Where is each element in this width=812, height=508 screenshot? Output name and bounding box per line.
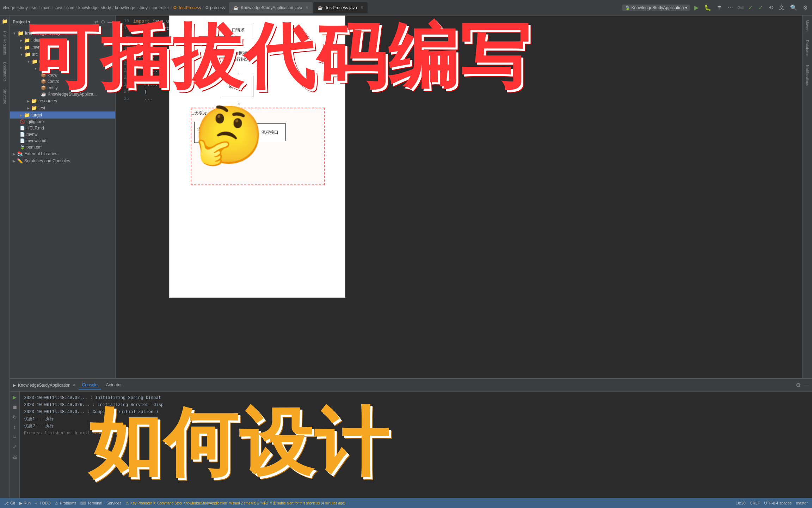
run-status-icon: ▶	[19, 501, 22, 506]
tree-gitignore[interactable]: 🚫 .gitignore	[10, 119, 115, 125]
tree-entity[interactable]: 📦 entity	[10, 85, 115, 91]
run-status-label: Run	[24, 501, 31, 505]
flow-arrow-2: ↓	[237, 68, 241, 76]
translate-icon[interactable]: 文	[777, 3, 786, 12]
tree-external-libs[interactable]: ▶ 📚 External Libraries	[10, 150, 115, 157]
flowchart-diagram: 口请求 ↓ 插拔平台数据初化，(包括执行指定) ↓ 制平中心 ↓ 流数据、流程名…	[169, 16, 345, 298]
run-button[interactable]: ▶	[693, 4, 700, 12]
tab-testprocess[interactable]: ☕ TestProcess.java ✕	[313, 2, 368, 13]
run-config-selector[interactable]: 🍃 KnowledgeStudyApplication ▾	[622, 5, 690, 11]
tree-mvnw[interactable]: 📄 mvnw	[10, 131, 115, 138]
todo-label: TODO	[39, 501, 51, 505]
sync-icon[interactable]: ⇄	[94, 19, 99, 25]
tree-root[interactable]: ▼ 📁 knowledge_study ~/Desktop/knowledge	[10, 30, 115, 37]
debug-button[interactable]: 🐛	[703, 4, 713, 12]
folder-icon[interactable]: 📁	[2, 18, 8, 24]
actuator-tab-label: Actuator	[106, 382, 122, 387]
breadcrumb-java: java	[55, 5, 62, 10]
bookmarks-icon[interactable]: Bookmarks	[3, 62, 7, 81]
notifications-panel-icon[interactable]: Notifications	[805, 64, 810, 87]
run-status[interactable]: ▶ Run	[19, 501, 31, 506]
tree-ksapp[interactable]: ☕ KnowledgeStudyApplica...	[10, 91, 115, 97]
breadcrumb-controller: controller	[152, 5, 169, 10]
breadcrumb-ks2: knowledge_study	[115, 5, 148, 10]
actuator-tab[interactable]: Actuator	[103, 381, 125, 389]
settings-icon[interactable]: ⚙	[801, 4, 809, 12]
database-panel-icon[interactable]: Database	[805, 38, 810, 58]
run-icon: ▶	[13, 383, 16, 388]
tree-pomxml[interactable]: 🍃 pom.xml	[10, 144, 115, 150]
close-icon[interactable]: ✕	[306, 6, 308, 10]
scroll-icon[interactable]: ↕	[13, 424, 16, 430]
log-line-4: 优惠1----执行	[24, 416, 808, 423]
console-tab-label: Console	[82, 382, 98, 387]
structure-icon[interactable]: Structure	[3, 89, 7, 104]
wrap-icon[interactable]: ⤢	[13, 444, 17, 449]
more-run-icon[interactable]: ⋯	[726, 4, 734, 12]
tree-scratches[interactable]: ▶ ✏️ Scratches and Consoles	[10, 157, 115, 164]
print-icon[interactable]: 🖨	[12, 454, 17, 459]
tree-idea[interactable]: ▶ 📁 .idea	[10, 37, 115, 44]
tree-contro[interactable]: 📦 contro	[10, 78, 115, 85]
tree-test[interactable]: ▶ 📁 test	[10, 104, 115, 111]
tab-knowledgestudy[interactable]: ☕ KnowledgeStudyApplication.java ✕	[229, 2, 313, 13]
terminal-status[interactable]: ⌨ Terminal	[80, 501, 102, 506]
tree-src[interactable]: ▼ 📁 src	[10, 51, 115, 58]
pull-requests-icon[interactable]: Pull Requests	[3, 31, 7, 55]
flow-box-req: 口请求	[224, 23, 252, 37]
bottom-tabs: Console Actuator	[79, 381, 125, 389]
log-line-1: 2023-10-06T14:48:49.32... : Initializing…	[24, 394, 808, 401]
git-check2-icon[interactable]: ✓	[757, 4, 764, 12]
terminal-label: Terminal	[87, 501, 102, 505]
log-line-2: 2023-10-06T14:48:49.326... : Initializin…	[24, 401, 808, 409]
coverage-button[interactable]: ☂	[715, 4, 723, 12]
git-check-icon[interactable]: ✓	[747, 4, 754, 12]
stop-icon[interactable]: ⏹	[12, 404, 17, 410]
key-promoter-warning: ⚠ Key Promoter X: Command Stop 'Knowledg…	[125, 501, 345, 506]
services-status[interactable]: Services	[106, 501, 121, 505]
minimize-bottom-icon[interactable]: —	[804, 382, 809, 388]
problems-status[interactable]: ⚠ Problems	[55, 501, 76, 506]
diagram-inner: 口请求 ↓ 插拔平台数据初化，(包括执行指定) ↓ 制平中心 ↓ 流数据、流程名…	[170, 16, 345, 297]
git-status[interactable]: ⎇ Git	[4, 501, 15, 506]
settings-bottom-icon[interactable]: ⚙	[796, 382, 801, 388]
tree-helpmd[interactable]: 📄 HELP.md	[10, 125, 115, 131]
tree-m[interactable]: ▼ 📁 m...	[10, 65, 115, 72]
rerun-icon[interactable]: ↻	[13, 414, 17, 420]
filter-icon[interactable]: ≡	[13, 434, 16, 440]
warning-text: Key Promoter X: Command Stop 'KnowledgeS…	[130, 501, 345, 505]
tree-mvn[interactable]: ▶ 📁 .mvn	[10, 44, 115, 51]
run-config-label: KnowledgeStudyApplication	[632, 5, 684, 10]
tree-main[interactable]: ▼ 📁 main	[10, 58, 115, 65]
tab-icon-ks: ☕	[233, 5, 239, 10]
console-tab[interactable]: Console	[79, 381, 101, 389]
todo-status[interactable]: ✓ TODO	[35, 501, 51, 506]
nav-right-toolbar: 🍃 KnowledgeStudyApplication ▾ ▶ 🐛 ☂ ⋯ Gi…	[622, 3, 809, 12]
right-panel: Maven Database Notifications	[802, 16, 812, 378]
bottom-panel: ▶ KnowledgeStudyApplication ✕ Console Ac…	[10, 378, 812, 498]
flow-box-center: 制平中心	[222, 76, 253, 97]
tree-mvnwcmd[interactable]: 📄 mvnw.cmd	[10, 138, 115, 144]
run-close-icon[interactable]: ✕	[73, 383, 76, 387]
tree-resources[interactable]: ▶ 📁 resources	[10, 97, 115, 104]
tree-target[interactable]: ▶ 📁 target	[10, 111, 115, 119]
breadcrumb-main: main	[41, 5, 50, 10]
log-line-5: 优惠2----执行	[24, 423, 808, 430]
flow-box-data: 流数据、流程名称	[194, 122, 226, 143]
tab-label-ks: KnowledgeStudyApplication.java	[241, 5, 302, 10]
play-icon[interactable]: ▶	[13, 394, 17, 400]
main-layout: Project ▾ ⇄ ⚙ — ▼ 📁 knowledge_study ~/De…	[10, 16, 812, 378]
maven-panel-icon[interactable]: Maven	[805, 18, 810, 33]
collapse-icon[interactable]: —	[107, 19, 112, 25]
git-action-icon[interactable]: ⟲	[767, 4, 775, 12]
log-line-exit: Process finished with exit code 137 (in.…	[24, 430, 808, 437]
git-status-label: Git	[10, 501, 15, 505]
todo-icon: ✓	[35, 501, 38, 506]
breadcrumb-process: ⚙ process	[205, 5, 225, 10]
search-icon[interactable]: 🔍	[789, 4, 799, 12]
tab-label-tp: TestProcess.java	[325, 5, 357, 10]
console-area: ▶ ⏹ ↻ ↕ ≡ ⤢ 🖨 2023-10-06T14:48:49.32... …	[10, 392, 812, 498]
tree-know[interactable]: 📦 know	[10, 72, 115, 78]
gear-icon[interactable]: ⚙	[101, 19, 105, 25]
close-icon-tp[interactable]: ✕	[361, 6, 363, 10]
